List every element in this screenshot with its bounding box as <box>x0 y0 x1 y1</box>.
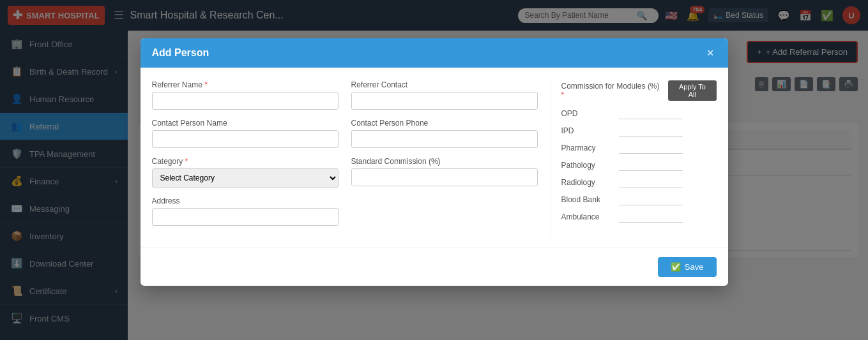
referrer-contact-group: Referrer Contact <box>351 80 538 110</box>
pathology-commission-input[interactable] <box>619 159 683 171</box>
opd-commission-row: OPD <box>561 107 717 119</box>
contact-person-name-input[interactable] <box>152 130 339 148</box>
save-button[interactable]: ✅ Save <box>658 257 717 277</box>
required-star: * <box>204 80 208 89</box>
category-group: Category * Select Category Hospital Clin… <box>152 157 339 188</box>
ipd-commission-input[interactable] <box>619 124 683 137</box>
standard-commission-input[interactable] <box>351 168 538 186</box>
commission-header: Commission for Modules (%) * Apply To Al… <box>561 80 717 101</box>
radiology-commission-row: Radiology <box>561 176 717 188</box>
ipd-label: IPD <box>561 126 613 135</box>
contact-person-phone-input[interactable] <box>351 130 538 148</box>
address-label: Address <box>152 196 339 205</box>
referrer-name-group: Referrer Name * <box>152 80 339 110</box>
ambulance-label: Ambulance <box>561 212 613 221</box>
standard-commission-group: Standard Commission (%) <box>351 157 538 186</box>
form-left-section: Referrer Name * Contact Person Name Cate… <box>152 80 339 235</box>
apply-to-all-button[interactable]: Apply To All <box>668 80 716 101</box>
modal-footer: ✅ Save <box>141 248 728 286</box>
blood-bank-commission-input[interactable] <box>619 193 683 205</box>
category-select[interactable]: Select Category Hospital Clinic Doctor I… <box>152 168 339 188</box>
blood-bank-label: Blood Bank <box>561 195 613 204</box>
referrer-contact-input[interactable] <box>351 92 538 110</box>
pharmacy-label: Pharmacy <box>561 144 613 152</box>
pathology-label: Pathology <box>561 161 613 170</box>
referrer-contact-label: Referrer Contact <box>351 80 538 89</box>
standard-commission-label: Standard Commission (%) <box>351 157 538 166</box>
ipd-commission-row: IPD <box>561 124 717 137</box>
commission-title: Commission for Modules (%) * <box>561 82 662 100</box>
modal-overlay: Add Person × Referrer Name * Co <box>0 0 868 340</box>
commission-required-star: * <box>561 91 565 100</box>
pathology-commission-row: Pathology <box>561 159 717 171</box>
pharmacy-commission-input[interactable] <box>619 142 683 154</box>
address-input[interactable] <box>152 208 339 226</box>
modal-body: Referrer Name * Contact Person Name Cate… <box>141 68 728 248</box>
referrer-name-input[interactable] <box>152 92 339 110</box>
commission-panel: Commission for Modules (%) * Apply To Al… <box>551 80 717 235</box>
pharmacy-commission-row: Pharmacy <box>561 142 717 154</box>
opd-label: OPD <box>561 109 613 118</box>
modal-header: Add Person × <box>141 38 728 68</box>
save-check-icon: ✅ <box>671 262 681 272</box>
blood-bank-commission-row: Blood Bank <box>561 193 717 205</box>
modal-close-button[interactable]: × <box>704 47 717 59</box>
opd-commission-input[interactable] <box>619 107 683 119</box>
address-group: Address <box>152 196 339 226</box>
save-label: Save <box>685 262 704 272</box>
referrer-name-label: Referrer Name * <box>152 80 339 89</box>
category-required-star: * <box>185 157 188 166</box>
ambulance-commission-row: Ambulance <box>561 211 717 223</box>
modal-title: Add Person <box>152 47 209 59</box>
contact-person-name-label: Contact Person Name <box>152 119 339 128</box>
contact-person-name-group: Contact Person Name <box>152 119 339 148</box>
form-middle-section: Referrer Contact Contact Person Phone St… <box>351 80 538 235</box>
contact-person-phone-label: Contact Person Phone <box>351 119 538 128</box>
ambulance-commission-input[interactable] <box>619 211 683 223</box>
add-person-modal: Add Person × Referrer Name * Co <box>141 38 728 286</box>
radiology-commission-input[interactable] <box>619 176 683 188</box>
category-label: Category * <box>152 157 339 166</box>
radiology-label: Radiology <box>561 178 613 187</box>
contact-person-phone-group: Contact Person Phone <box>351 119 538 148</box>
